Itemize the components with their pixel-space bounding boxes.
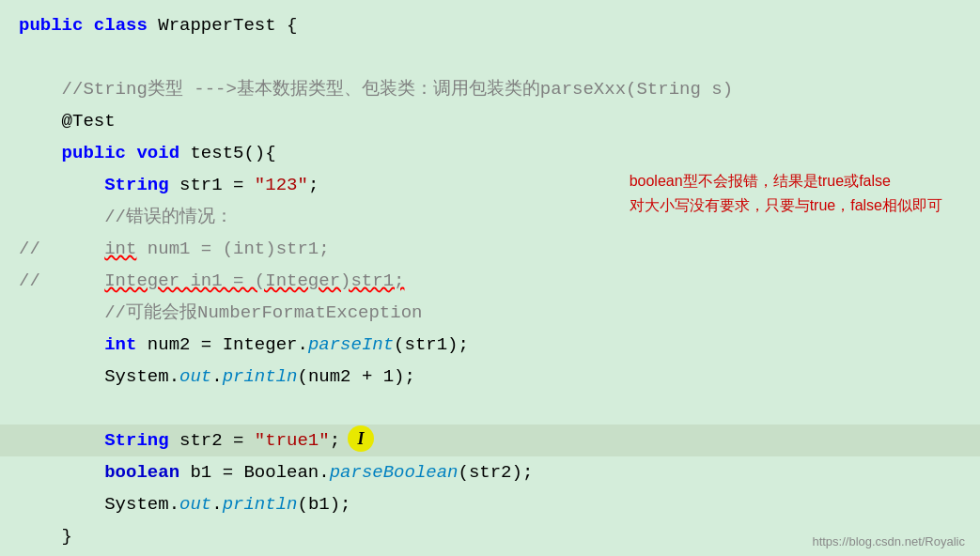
code-line-disabled1: // int num1 = (int)str1; bbox=[0, 233, 980, 265]
type-int: int bbox=[104, 329, 136, 361]
text-cursor bbox=[348, 425, 374, 452]
type-string1: String bbox=[104, 169, 168, 201]
keyword-class: class bbox=[94, 9, 148, 41]
keyword-public2: public bbox=[62, 137, 126, 169]
method-println1: println bbox=[223, 361, 298, 393]
code-line-boolean: boolean b1 = Boolean. parseBoolean (str2… bbox=[0, 456, 980, 488]
string-literal-true1: "true1" bbox=[255, 425, 330, 456]
code-line-disabled2: // Integer in1 = (Integer)str1; bbox=[0, 265, 980, 297]
code-line-str2: String str2 = "true1" ; bbox=[0, 425, 980, 456]
tooltip-line1: boolean型不会报错，结果是true或false bbox=[630, 169, 942, 193]
method-parseboolean: parseBoolean bbox=[330, 456, 459, 488]
keyword-public: public bbox=[19, 9, 83, 41]
code-line-println1: System. out . println (num2 + 1); bbox=[0, 361, 980, 393]
keyword-boolean: boolean bbox=[104, 456, 179, 488]
code-line-str1: String str1 = "123" ; boolean型不会报错，结果是tr… bbox=[0, 169, 980, 201]
type-string2: String bbox=[104, 425, 168, 456]
string-literal-123: "123" bbox=[255, 169, 308, 201]
code-line-method-def: public void test5(){ bbox=[0, 137, 980, 169]
code-line-println2: System. out . println (b1); bbox=[0, 488, 980, 520]
code-line-blank1 bbox=[0, 41, 980, 73]
code-line-class-close: } bbox=[0, 552, 980, 556]
code-line-comment1: //String类型 --->基本数据类型、包装类：调用包装类的parseXxx… bbox=[0, 73, 980, 105]
annotation-test: @Test bbox=[62, 105, 116, 137]
keyword-void: void bbox=[136, 137, 179, 169]
code-line-class: public class WrapperTest { bbox=[0, 9, 980, 41]
method-parseint: parseInt bbox=[308, 329, 394, 361]
code-line-num2: int num2 = Integer. parseInt (str1); bbox=[0, 329, 980, 361]
code-line-comment2: //错误的情况： bbox=[0, 201, 980, 233]
code-line-blank2 bbox=[0, 393, 980, 425]
field-out1: out bbox=[179, 361, 211, 393]
code-editor: public class WrapperTest { //String类型 --… bbox=[0, 0, 980, 556]
code-line-annotation: @Test bbox=[0, 105, 980, 137]
watermark: https://blog.csdn.net/Royalic bbox=[812, 534, 965, 548]
code-line-comment3: //可能会报NumberFormatException bbox=[0, 297, 980, 329]
method-println2: println bbox=[223, 488, 298, 520]
field-out2: out bbox=[179, 488, 211, 520]
